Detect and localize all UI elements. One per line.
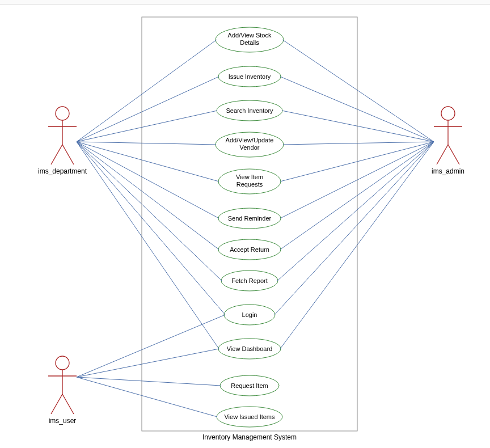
actor-ims-user: ims_user — [48, 356, 77, 425]
actor-ims-admin: ims_admin — [432, 107, 464, 175]
svg-text:Issue Inventory: Issue Inventory — [229, 73, 271, 80]
svg-text:Send Reminder: Send Reminder — [228, 215, 272, 222]
actor-label-admin: ims_admin — [432, 167, 464, 175]
svg-text:Requests: Requests — [236, 181, 263, 188]
svg-text:Add/View/Update: Add/View/Update — [226, 137, 274, 143]
svg-text:View Item: View Item — [236, 174, 263, 180]
svg-line-4 — [51, 145, 62, 164]
svg-text:Fetch Report: Fetch Report — [231, 277, 268, 284]
svg-text:View Issued Items: View Issued Items — [224, 413, 275, 420]
top-strip — [0, 0, 490, 5]
svg-point-11 — [56, 356, 69, 370]
svg-text:View Dashboard: View Dashboard — [227, 345, 273, 352]
svg-text:Vendor: Vendor — [240, 144, 260, 151]
svg-line-14 — [51, 394, 62, 414]
svg-text:Details: Details — [240, 39, 259, 46]
svg-text:Login: Login — [242, 311, 257, 318]
svg-text:Add/View Stock: Add/View Stock — [228, 32, 272, 39]
svg-line-15 — [62, 394, 74, 414]
svg-line-5 — [62, 145, 74, 164]
actor-label-user: ims_user — [49, 417, 77, 425]
svg-line-9 — [437, 145, 448, 164]
svg-text:Request Item: Request Item — [231, 382, 268, 389]
svg-text:Accept Return: Accept Return — [230, 246, 269, 253]
svg-line-10 — [448, 145, 459, 164]
actor-label-department: ims_department — [38, 167, 87, 175]
svg-text:Search Inventory: Search Inventory — [226, 107, 273, 114]
system-name: Inventory Management System — [202, 433, 297, 441]
use-case-diagram: Inventory Management System ims_departme… — [0, 0, 490, 448]
svg-point-1 — [56, 107, 69, 120]
svg-point-6 — [441, 107, 455, 120]
